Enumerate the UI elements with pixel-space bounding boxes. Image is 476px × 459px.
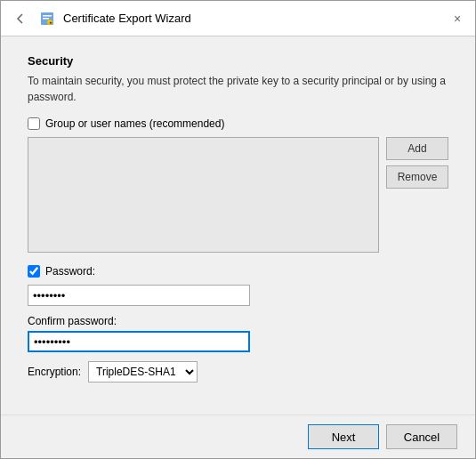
confirm-label: Confirm password:	[28, 315, 448, 327]
back-button[interactable]	[10, 8, 31, 29]
group-buttons: Add Remove	[386, 137, 448, 253]
content-area: Security To maintain security, you must …	[1, 36, 475, 415]
password-checkbox-label[interactable]: Password:	[45, 265, 95, 278]
remove-button[interactable]: Remove	[386, 165, 448, 189]
next-button[interactable]: Next	[308, 424, 379, 449]
password-checkbox-row: Password:	[28, 265, 448, 278]
section-title: Security	[28, 54, 448, 68]
encryption-select[interactable]: TripleDES-SHA1 AES256-SHA256	[88, 361, 198, 382]
group-list	[28, 137, 379, 253]
svg-text:★: ★	[49, 20, 52, 24]
confirm-password-input[interactable]	[28, 331, 250, 352]
confirm-password-row: Confirm password:	[28, 315, 448, 352]
add-button[interactable]: Add	[386, 137, 448, 160]
group-checkbox-row: Group or user names (recommended)	[28, 117, 448, 130]
wizard-icon: ★	[38, 10, 56, 28]
title-bar-left: ★ Certificate Export Wizard	[10, 8, 466, 29]
title-bar-title: Certificate Export Wizard	[63, 12, 191, 25]
password-checkbox[interactable]	[28, 265, 40, 278]
encryption-label: Encryption:	[28, 366, 81, 378]
group-panel: Add Remove	[28, 137, 448, 253]
title-bar: ★ Certificate Export Wizard ×	[1, 1, 475, 36]
footer: Next Cancel	[1, 415, 475, 458]
group-checkbox-label[interactable]: Group or user names (recommended)	[45, 117, 224, 130]
section-description: To maintain security, you must protect t…	[28, 73, 448, 105]
svg-rect-2	[43, 18, 49, 20]
wizard-window: ★ Certificate Export Wizard × Security T…	[0, 0, 476, 459]
group-checkbox[interactable]	[28, 117, 40, 130]
cancel-button[interactable]: Cancel	[386, 424, 457, 449]
encryption-row: Encryption: TripleDES-SHA1 AES256-SHA256	[28, 361, 448, 382]
password-field-row	[28, 285, 448, 306]
svg-rect-1	[43, 15, 52, 17]
password-input[interactable]	[28, 285, 250, 306]
close-button[interactable]: ×	[447, 8, 468, 29]
